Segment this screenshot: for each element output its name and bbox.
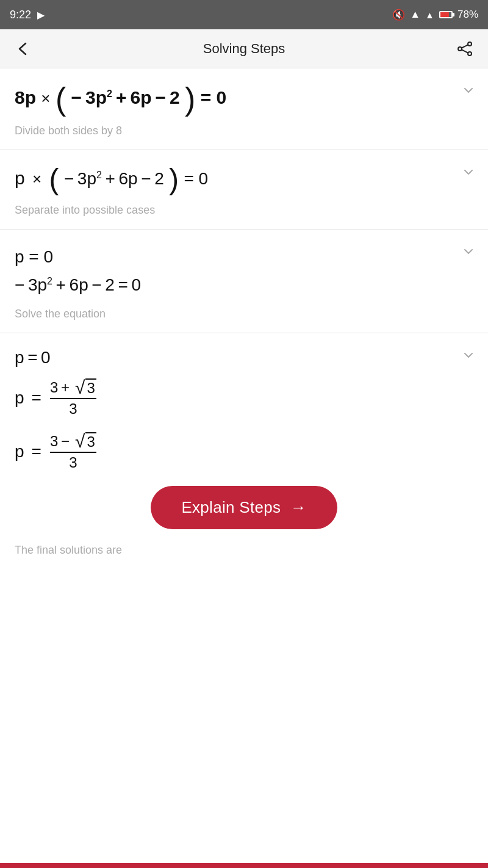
step-4-chevron[interactable] [461, 348, 476, 366]
step-4-block: p = 0 p = 3 + √ 3 3 p = 3 [0, 333, 488, 569]
signal-icon: ▲ [425, 10, 434, 20]
back-button[interactable] [10, 35, 37, 62]
svg-line-4 [462, 49, 468, 52]
explain-arrow-icon: → [290, 498, 306, 517]
final-solutions-text: The final solutions are [15, 544, 473, 557]
step-1-block: 8p × ( − 3p2 + 6p − 2 ) = 0 Divide both … [0, 68, 488, 150]
battery-pct: 78% [458, 9, 478, 21]
mute-icon: 🔇 [392, 9, 405, 21]
step-3-block: p = 0 − 3p2 + 6p − 2 = 0 Solve the equat… [0, 230, 488, 333]
solution-p-plus: p = 3 + √ 3 3 [15, 378, 473, 418]
status-bar: 9:22 ▶ 🔇 ▲ ▲ 78% [0, 0, 488, 29]
svg-point-1 [458, 47, 462, 51]
step-3-hint: Solve the equation [15, 308, 473, 320]
top-bar: Solving Steps [0, 29, 488, 68]
wifi-icon: ▲ [410, 9, 420, 21]
status-left: 9:22 ▶ [10, 9, 45, 21]
step-2-chevron[interactable] [461, 165, 476, 183]
explain-btn-container: Explain Steps → [15, 486, 473, 529]
svg-point-2 [468, 52, 472, 56]
time-display: 9:22 [10, 9, 31, 21]
share-button[interactable] [451, 35, 478, 62]
youtube-icon: ▶ [37, 9, 45, 21]
content-area: 8p × ( − 3p2 + 6p − 2 ) = 0 Divide both … [0, 68, 488, 569]
explain-steps-label: Explain Steps [181, 498, 281, 517]
svg-line-3 [462, 45, 468, 48]
bottom-red-bar [0, 863, 488, 868]
step-1-hint: Divide both sides by 8 [15, 125, 473, 137]
step-2-equation: p × ( − 3p2 + 6p − 2 ) = 0 [15, 165, 473, 194]
step-3-line2: − 3p2 + 6p − 2 = 0 [15, 272, 473, 298]
step-3-line1: p = 0 [15, 244, 473, 270]
step-1-chevron[interactable] [461, 83, 476, 101]
step-1-equation: 8p × ( − 3p2 + 6p − 2 ) = 0 [15, 83, 473, 115]
solution-p-minus: p = 3 − √ 3 3 [15, 432, 473, 471]
step-2-hint: Separate into possible cases [15, 204, 473, 217]
page-title: Solving Steps [203, 41, 285, 57]
step-3-equations: p = 0 − 3p2 + 6p − 2 = 0 [15, 244, 473, 298]
step-3-chevron[interactable] [461, 244, 476, 262]
solution-p0: p = 0 [15, 348, 473, 367]
explain-steps-button[interactable]: Explain Steps → [151, 486, 337, 529]
battery-icon [439, 11, 453, 18]
step-2-block: p × ( − 3p2 + 6p − 2 ) = 0 Separate into… [0, 150, 488, 230]
svg-point-0 [468, 42, 472, 46]
status-right: 🔇 ▲ ▲ 78% [392, 9, 478, 21]
